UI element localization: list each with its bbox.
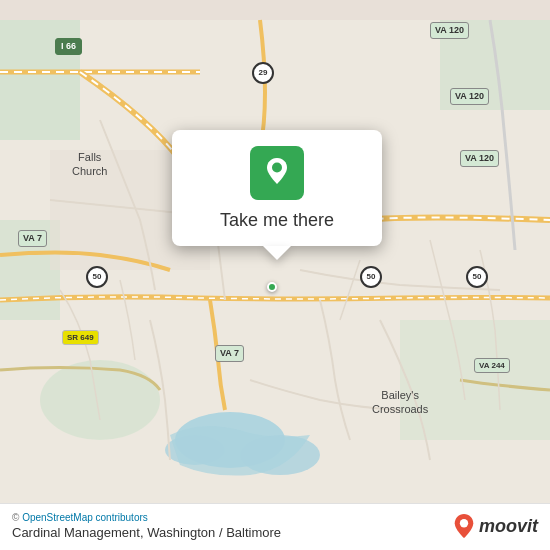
location-pin-icon — [250, 146, 304, 200]
osm-attribution: © OpenStreetMap contributors — [12, 512, 281, 523]
svg-point-8 — [40, 360, 160, 440]
moovit-pin-icon — [453, 513, 475, 539]
bottom-bar: © OpenStreetMap contributors Cardinal Ma… — [0, 503, 550, 550]
road-badge-us50-center: 50 — [360, 266, 382, 288]
road-badge-va120-right: VA 120 — [460, 150, 499, 167]
moovit-logo: moovit — [453, 513, 538, 539]
road-badge-va244: VA 244 — [474, 358, 510, 373]
svg-point-15 — [272, 163, 282, 173]
map-container: I 66 I 66 VA 7 VA 120 VA 120 VA 120 29 5… — [0, 0, 550, 550]
road-badge-us29: 29 — [252, 62, 274, 84]
place-baileys-crossroads: Bailey'sCrossroads — [372, 388, 428, 417]
moovit-brand-text: moovit — [479, 516, 538, 537]
road-badge-va120-mid: VA 120 — [450, 88, 489, 105]
road-badge-sr649: SR 649 — [62, 330, 99, 345]
take-me-there-button[interactable]: Take me there — [220, 210, 334, 232]
osm-link[interactable]: OpenStreetMap contributors — [22, 512, 148, 523]
location-label: Cardinal Management, Washington / Baltim… — [12, 525, 281, 540]
map-location-dot — [267, 282, 277, 292]
place-falls-church: FallsChurch — [72, 150, 107, 179]
road-badge-va7-left: VA 7 — [18, 230, 47, 247]
osm-copyright-symbol: © — [12, 512, 22, 523]
road-badge-us50-left: 50 — [86, 266, 108, 288]
road-badge-i66-top: I 66 — [55, 38, 82, 55]
popup-card: Take me there — [172, 130, 382, 246]
road-badge-us50-right: 50 — [466, 266, 488, 288]
svg-point-16 — [460, 519, 468, 527]
road-badge-va120-top: VA 120 — [430, 22, 469, 39]
road-badge-va7-bottom: VA 7 — [215, 345, 244, 362]
